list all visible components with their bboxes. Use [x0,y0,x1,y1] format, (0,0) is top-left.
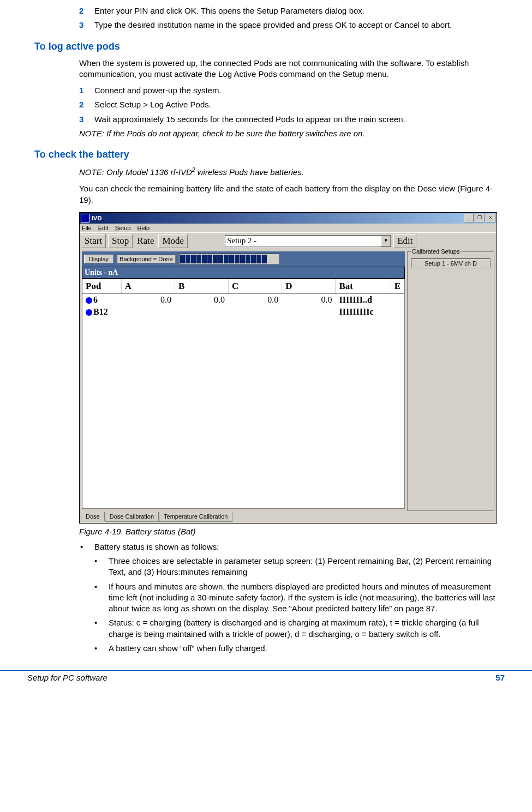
tab-temperature-calibration[interactable]: Temperature Calibration [159,512,232,522]
window-title: IVD [92,215,101,221]
main-toolbar: Start Stop Rate Mode Setup 2 -▼ Edit [80,232,497,249]
val-c [229,306,282,318]
calibrated-setups-panel: Calibrated Setups Setup 1 - 6MV ch D [407,251,494,509]
tab-dose[interactable]: Dose [81,512,105,521]
val-d [282,306,336,318]
val-bat: IIIIIII..d [336,293,391,306]
col-b: B [175,279,228,294]
pod-cell: B12 [82,306,121,318]
bullet-top: Battery status is shown as follows: [94,542,219,552]
col-d: D [282,279,336,294]
val-b: 0.0 [175,293,228,306]
menu-file[interactable]: File [82,225,92,231]
col-pod: Pod [82,279,121,294]
menu-edit[interactable]: Edit [98,225,109,231]
maximize-button[interactable]: ❐ [475,214,485,222]
figure-caption: Figure 4-19. Battery status (Bat) [79,527,499,536]
col-bat: Bat [336,279,391,294]
page-number: 57 [495,673,505,682]
val-a [121,306,175,318]
step-text: Connect and power-up the system. [94,85,499,96]
battery-para: You can check the remaining battery life… [79,183,499,206]
display-toolbar: Display Background = Done [82,251,405,267]
setup-combo[interactable]: Setup 2 -▼ [225,235,391,247]
footer-section: Setup for PC software [27,673,107,682]
bullet-sub: Three choices are selectable in paramete… [109,556,499,578]
val-e [391,306,404,318]
col-c: C [229,279,282,294]
status-dot-icon [86,297,92,304]
rate-label: Rate [135,236,156,246]
val-b [175,306,228,318]
heading-log-active-pods: To log active pods [34,41,505,52]
edit-button[interactable]: Edit [393,234,416,248]
menu-help[interactable]: Help [137,225,150,231]
step-text: Select Setup > Log Active Pods. [94,99,499,110]
pods-table: Pod A B C D Bat E 6 0. [82,279,405,509]
val-e [391,293,404,306]
step-num: 2 [79,5,94,16]
intro-para: When the system is powered up, the conne… [79,58,499,80]
setup-entry[interactable]: Setup 1 - 6MV ch D [411,258,491,268]
status-dot-icon [86,309,92,316]
col-e: E [391,279,404,294]
note-model: NOTE: Only Model 1136 rf-IVD2 wireless P… [79,166,499,178]
chevron-down-icon[interactable]: ▼ [381,236,391,246]
val-bat: IIIIIIIIIc [336,306,391,318]
step-text: Type the desired institution name in the… [94,20,499,31]
progress-bar [179,254,279,264]
step-num: 3 [79,20,94,31]
app-icon [81,214,89,222]
step-text: Wait approximately 15 seconds for the co… [94,114,499,125]
bottom-tabs: Dose Dose Calibration Temperature Calibr… [80,511,497,523]
pod-cell: 6 [82,293,121,306]
start-button[interactable]: Start [81,234,106,248]
figure-4-19: IVD _ ❐ × File Edit Setup Help Start [79,212,499,536]
table-row: B12 IIIIIIIIIc [82,306,404,318]
close-button[interactable]: × [486,214,495,222]
group-title: Calibrated Setups [411,248,461,255]
menubar: File Edit Setup Help [80,224,497,232]
units-label: Units - nA [82,267,405,279]
note-pods: NOTE: If the Pods do not appear, check t… [79,128,499,139]
background-status: Background = Done [117,255,176,263]
step-num: 1 [79,85,94,96]
titlebar: IVD _ ❐ × [80,213,497,224]
menu-setup[interactable]: Setup [115,225,131,231]
table-header-row: Pod A B C D Bat E [82,279,404,294]
display-button[interactable]: Display [84,255,113,263]
heading-check-battery: To check the battery [34,149,505,160]
app-window: IVD _ ❐ × File Edit Setup Help Start [79,212,497,524]
bullet-sub: Status: c = charging (battery is dischar… [109,617,499,640]
val-d: 0.0 [282,293,336,306]
table-row: 6 0.0 0.0 0.0 0.0 IIIIIII..d [82,293,404,306]
mode-button[interactable]: Mode [158,234,188,248]
minimize-button[interactable]: _ [464,214,474,222]
step-num: 2 [79,99,94,110]
step-num: 3 [79,114,94,125]
bullet-sub: If hours and minutes are shown, the numb… [109,581,499,615]
stop-button[interactable]: Stop [108,234,133,248]
col-a: A [121,279,175,294]
step-text: Enter your PIN and click OK. This opens … [94,5,499,16]
val-c: 0.0 [229,293,282,306]
tab-dose-calibration[interactable]: Dose Calibration [105,512,159,522]
bullet-sub: A battery can show “off” when fully char… [109,643,267,654]
val-a: 0.0 [121,293,175,306]
